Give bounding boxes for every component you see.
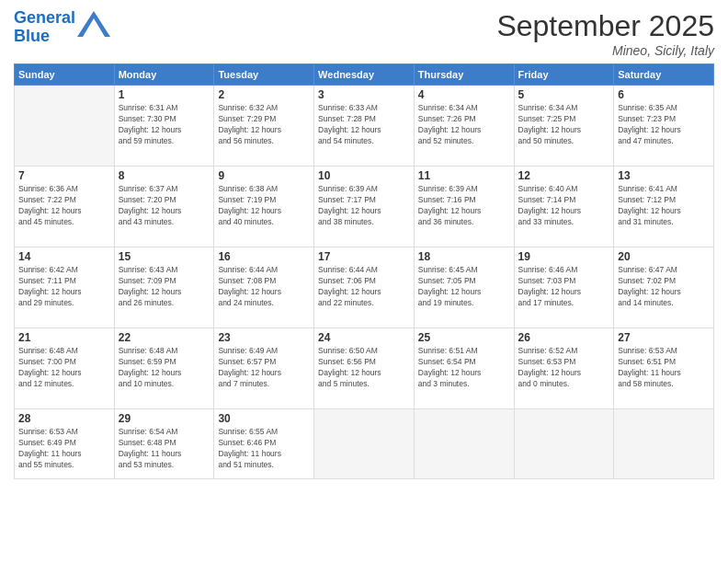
logo-text: GeneralBlue xyxy=(14,9,75,46)
calendar-cell: 30Sunrise: 6:55 AM Sunset: 6:46 PM Dayli… xyxy=(214,409,314,479)
header-row: Sunday Monday Tuesday Wednesday Thursday… xyxy=(15,64,714,86)
day-info: Sunrise: 6:43 AM Sunset: 7:09 PM Dayligh… xyxy=(119,265,210,309)
day-number: 26 xyxy=(518,331,610,344)
calendar-cell: 14Sunrise: 6:42 AM Sunset: 7:11 PM Dayli… xyxy=(15,247,115,328)
calendar-cell: 26Sunrise: 6:52 AM Sunset: 6:53 PM Dayli… xyxy=(514,328,614,409)
col-thursday: Thursday xyxy=(414,64,514,86)
day-number: 24 xyxy=(318,331,410,344)
calendar-week-5: 28Sunrise: 6:53 AM Sunset: 6:49 PM Dayli… xyxy=(15,409,714,479)
calendar-cell: 4Sunrise: 6:34 AM Sunset: 7:26 PM Daylig… xyxy=(414,86,514,167)
day-number: 23 xyxy=(218,331,310,344)
header: GeneralBlue September 2025 Mineo, Sicily… xyxy=(14,9,714,58)
day-info: Sunrise: 6:50 AM Sunset: 6:56 PM Dayligh… xyxy=(318,346,410,390)
title-area: September 2025 Mineo, Sicily, Italy xyxy=(496,9,714,58)
day-info: Sunrise: 6:39 AM Sunset: 7:17 PM Dayligh… xyxy=(318,184,410,228)
day-number: 16 xyxy=(218,250,310,263)
calendar-cell: 7Sunrise: 6:36 AM Sunset: 7:22 PM Daylig… xyxy=(15,167,115,247)
calendar-cell: 12Sunrise: 6:40 AM Sunset: 7:14 PM Dayli… xyxy=(514,167,614,247)
calendar-week-1: 1Sunrise: 6:31 AM Sunset: 7:30 PM Daylig… xyxy=(15,86,714,167)
day-number: 2 xyxy=(218,88,310,101)
day-number: 27 xyxy=(618,331,710,344)
day-number: 10 xyxy=(318,169,410,182)
day-info: Sunrise: 6:34 AM Sunset: 7:26 PM Dayligh… xyxy=(418,103,510,147)
calendar-cell xyxy=(414,409,514,479)
day-number: 4 xyxy=(418,88,510,101)
day-number: 25 xyxy=(418,331,510,344)
day-info: Sunrise: 6:48 AM Sunset: 7:00 PM Dayligh… xyxy=(18,346,110,390)
day-number: 9 xyxy=(218,169,310,182)
day-number: 13 xyxy=(618,169,710,182)
day-info: Sunrise: 6:49 AM Sunset: 6:57 PM Dayligh… xyxy=(218,346,310,390)
day-info: Sunrise: 6:34 AM Sunset: 7:25 PM Dayligh… xyxy=(518,103,610,147)
day-info: Sunrise: 6:54 AM Sunset: 6:48 PM Dayligh… xyxy=(119,427,210,471)
calendar-cell: 1Sunrise: 6:31 AM Sunset: 7:30 PM Daylig… xyxy=(114,86,214,167)
day-info: Sunrise: 6:35 AM Sunset: 7:23 PM Dayligh… xyxy=(618,103,710,147)
day-info: Sunrise: 6:42 AM Sunset: 7:11 PM Dayligh… xyxy=(18,265,110,309)
calendar-cell: 20Sunrise: 6:47 AM Sunset: 7:02 PM Dayli… xyxy=(614,247,714,328)
day-info: Sunrise: 6:44 AM Sunset: 7:08 PM Dayligh… xyxy=(218,265,310,309)
day-number: 1 xyxy=(119,88,210,101)
day-number: 7 xyxy=(18,169,110,182)
day-number: 11 xyxy=(418,169,510,182)
day-info: Sunrise: 6:45 AM Sunset: 7:05 PM Dayligh… xyxy=(418,265,510,309)
calendar-cell: 29Sunrise: 6:54 AM Sunset: 6:48 PM Dayli… xyxy=(114,409,214,479)
day-info: Sunrise: 6:48 AM Sunset: 6:59 PM Dayligh… xyxy=(119,346,210,390)
day-number: 5 xyxy=(518,88,610,101)
day-info: Sunrise: 6:53 AM Sunset: 6:49 PM Dayligh… xyxy=(18,427,110,471)
calendar-cell: 25Sunrise: 6:51 AM Sunset: 6:54 PM Dayli… xyxy=(414,328,514,409)
calendar-cell: 5Sunrise: 6:34 AM Sunset: 7:25 PM Daylig… xyxy=(514,86,614,167)
month-title: September 2025 xyxy=(496,9,714,43)
calendar-cell: 11Sunrise: 6:39 AM Sunset: 7:16 PM Dayli… xyxy=(414,167,514,247)
day-info: Sunrise: 6:39 AM Sunset: 7:16 PM Dayligh… xyxy=(418,184,510,228)
day-number: 19 xyxy=(518,250,610,263)
calendar-cell: 28Sunrise: 6:53 AM Sunset: 6:49 PM Dayli… xyxy=(15,409,115,479)
col-monday: Monday xyxy=(114,64,214,86)
day-number: 30 xyxy=(218,412,310,425)
day-info: Sunrise: 6:32 AM Sunset: 7:29 PM Dayligh… xyxy=(218,103,310,147)
day-info: Sunrise: 6:46 AM Sunset: 7:03 PM Dayligh… xyxy=(518,265,610,309)
day-info: Sunrise: 6:51 AM Sunset: 6:54 PM Dayligh… xyxy=(418,346,510,390)
calendar-cell: 24Sunrise: 6:50 AM Sunset: 6:56 PM Dayli… xyxy=(314,328,415,409)
day-number: 29 xyxy=(119,412,210,425)
calendar-cell: 8Sunrise: 6:37 AM Sunset: 7:20 PM Daylig… xyxy=(114,167,214,247)
day-number: 14 xyxy=(18,250,110,263)
col-friday: Friday xyxy=(514,64,614,86)
day-number: 17 xyxy=(318,250,410,263)
calendar-cell: 13Sunrise: 6:41 AM Sunset: 7:12 PM Dayli… xyxy=(614,167,714,247)
location: Mineo, Sicily, Italy xyxy=(496,43,714,58)
calendar-cell: 10Sunrise: 6:39 AM Sunset: 7:17 PM Dayli… xyxy=(314,167,415,247)
calendar-cell: 27Sunrise: 6:53 AM Sunset: 6:51 PM Dayli… xyxy=(614,328,714,409)
day-info: Sunrise: 6:38 AM Sunset: 7:19 PM Dayligh… xyxy=(218,184,310,228)
calendar-cell xyxy=(314,409,415,479)
calendar-week-2: 7Sunrise: 6:36 AM Sunset: 7:22 PM Daylig… xyxy=(15,167,714,247)
calendar-cell xyxy=(514,409,614,479)
calendar-cell: 3Sunrise: 6:33 AM Sunset: 7:28 PM Daylig… xyxy=(314,86,415,167)
calendar-cell: 9Sunrise: 6:38 AM Sunset: 7:19 PM Daylig… xyxy=(214,167,314,247)
calendar-cell: 22Sunrise: 6:48 AM Sunset: 6:59 PM Dayli… xyxy=(114,328,214,409)
day-info: Sunrise: 6:40 AM Sunset: 7:14 PM Dayligh… xyxy=(518,184,610,228)
day-info: Sunrise: 6:44 AM Sunset: 7:06 PM Dayligh… xyxy=(318,265,410,309)
col-wednesday: Wednesday xyxy=(314,64,415,86)
col-tuesday: Tuesday xyxy=(214,64,314,86)
col-saturday: Saturday xyxy=(614,64,714,86)
calendar-cell: 2Sunrise: 6:32 AM Sunset: 7:29 PM Daylig… xyxy=(214,86,314,167)
day-info: Sunrise: 6:37 AM Sunset: 7:20 PM Dayligh… xyxy=(119,184,210,228)
day-number: 3 xyxy=(318,88,410,101)
day-number: 8 xyxy=(119,169,210,182)
logo: GeneralBlue xyxy=(14,9,110,46)
day-info: Sunrise: 6:31 AM Sunset: 7:30 PM Dayligh… xyxy=(119,103,210,147)
page: GeneralBlue September 2025 Mineo, Sicily… xyxy=(0,0,728,563)
day-number: 15 xyxy=(119,250,210,263)
calendar-cell: 16Sunrise: 6:44 AM Sunset: 7:08 PM Dayli… xyxy=(214,247,314,328)
day-number: 12 xyxy=(518,169,610,182)
calendar-week-4: 21Sunrise: 6:48 AM Sunset: 7:00 PM Dayli… xyxy=(15,328,714,409)
calendar-cell xyxy=(15,86,115,167)
calendar-cell xyxy=(614,409,714,479)
calendar-cell: 23Sunrise: 6:49 AM Sunset: 6:57 PM Dayli… xyxy=(214,328,314,409)
day-number: 18 xyxy=(418,250,510,263)
day-info: Sunrise: 6:36 AM Sunset: 7:22 PM Dayligh… xyxy=(18,184,110,228)
logo-icon xyxy=(77,11,110,37)
calendar-cell: 21Sunrise: 6:48 AM Sunset: 7:00 PM Dayli… xyxy=(15,328,115,409)
day-number: 22 xyxy=(119,331,210,344)
calendar-cell: 6Sunrise: 6:35 AM Sunset: 7:23 PM Daylig… xyxy=(614,86,714,167)
